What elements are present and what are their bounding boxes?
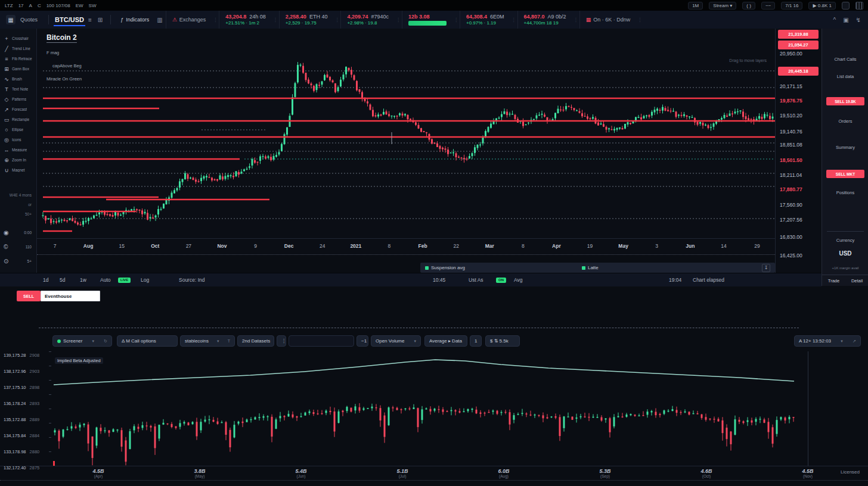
os-control-button[interactable]: ~~ [761,2,775,10]
tool-bottom-row[interactable]: ◉0:00 [0,225,36,239]
collapse-icon[interactable]: ^ [833,17,836,23]
screener-control[interactable]: 1 [470,335,482,347]
tool-ellipse[interactable]: ○Ellipse [0,124,36,135]
ticker-cell[interactable]: 4,209.74#7940c+2.98% · 19.8 [340,11,395,29]
bottom-bar-item[interactable]: Avg [514,277,523,283]
ticker-cell[interactable]: ⚠Exchanges [166,11,212,29]
download-icon[interactable]: ↧ [762,264,770,272]
ticker-cell[interactable]: 2,258.40ETH 40+2,529 · 19.75 [279,11,334,29]
secondary-chart-label[interactable]: Implied Beta Adjusted [55,357,103,364]
bottom-bar-item[interactable]: Auto [100,277,111,283]
panel-icon[interactable]: ▣ [843,17,848,23]
ticker-cell[interactable]: 64,308.46E0M+0.97% · 1.19 [460,11,510,29]
bottom-bar-item[interactable]: Log [141,277,149,283]
price-alert-label[interactable]: 21,319.88 [778,30,819,39]
panel-item[interactable]: List data [822,74,868,79]
legend-item[interactable]: Suspension avg [425,265,465,270]
os-control-button[interactable]: Stream ▾ [709,2,736,10]
sell-button[interactable]: SELL [17,291,41,301]
price-alert-label[interactable]: 20,445.18 [778,67,819,76]
compare-icon[interactable]: ⊞ [98,17,103,23]
order-entry-input[interactable] [41,291,100,301]
secondary-chart-area[interactable] [52,351,868,466]
chevron-down-icon[interactable]: ▾ [414,339,416,344]
tool-magnet[interactable]: ∪Magnet [0,165,36,175]
bottom-bar-item[interactable]: 10:45 [433,277,445,283]
tool-icons[interactable]: ◎Icons [0,135,36,145]
time-axis[interactable]: 7Aug15Oct27Nov9Dec2420218Feb22Mar8Apr19M… [37,238,775,254]
chevron-down-icon[interactable]: ▾ [841,339,843,344]
grid-menu-icon[interactable] [855,2,863,10]
panel-item[interactable]: USD [822,250,868,257]
tool-forecast[interactable]: ↗Forecast [0,104,36,114]
price-axis[interactable]: 21,319.8821,054.2720,950.0020,445.1820,1… [775,29,822,273]
tool-gann-box[interactable]: ⊞Gann Box [0,64,36,74]
app-switcher-icon[interactable] [842,2,850,10]
main-chart-area[interactable]: Bitcoin 2 F mag capAbove Beg Miracle On … [37,29,775,238]
screener-control[interactable]: Screener▾↻ [52,335,112,347]
bottom-bar-item[interactable]: 5d [60,277,65,283]
bottom-bar-item[interactable]: Chart elapsed [693,277,724,283]
chevron-down-icon[interactable]: ▾ [92,339,95,344]
control-extra-icon[interactable]: T [228,339,230,343]
app-logo-icon[interactable]: ▦ [6,15,16,24]
volume-beta-chart[interactable] [52,351,868,466]
indicators-button[interactable]: ƒ Indicators [120,17,149,23]
screener-control[interactable]: Open Volume▾ [371,335,421,347]
ticker-grip-icon[interactable]: ⋮ [572,17,579,23]
bottom-bar-item[interactable]: Ust As [469,277,483,283]
chart-legend-line[interactable]: capAbove Beg [52,63,82,68]
tool-zoom-in[interactable]: ⊕Zoom In [0,155,36,165]
tool-text-note[interactable]: TText Note [0,84,36,94]
tool-brush[interactable]: ∿Brush [0,74,36,84]
tool-fib-retrace[interactable]: ≡Fib Retrace [0,54,36,64]
tool-crosshair[interactable]: +Crosshair [0,33,36,43]
screener-control[interactable]: ⋮ [277,335,286,347]
panel-item[interactable]: +1K margin avail [822,266,868,270]
ticker-cell[interactable]: ▦On · 6K · Ddnw [579,11,637,29]
ticker-grip-icon[interactable]: ⋮ [212,17,219,23]
screener-control[interactable]: A 12+ 13:52:03▾↗ [794,335,861,347]
panel-item[interactable]: Positions [822,190,868,195]
tool-bottom-row[interactable]: ©110 [0,239,36,254]
legend-item[interactable]: Latte [582,265,599,270]
control-extra-icon[interactable]: ↗ [852,339,856,344]
tool-rectangle[interactable]: ▭Rectangle [0,114,36,124]
sell-action-button[interactable]: SELL 19.8K [826,97,864,105]
tool-bottom-row[interactable]: ⊙5+ [0,254,36,268]
secondary-time-axis[interactable]: 4.5B(Apr)3.8B(May)5.4B(Jun)5.1B(Jul)6.0B… [0,466,868,482]
price-alert-label[interactable]: 21,054.27 [778,40,819,49]
main-price-chart[interactable] [37,29,775,238]
panel-tab[interactable]: Trade [828,278,839,284]
bottom-bar-item[interactable]: Source: Ind [179,277,204,283]
symbol-button[interactable]: BTC/USD [54,13,85,26]
sell-action-button[interactable]: SELL MKT [826,170,864,178]
os-control-button[interactable]: 1M [688,2,703,10]
screener-control[interactable]: Average ▸ Data [424,335,467,347]
ticker-grip-icon[interactable]: ⋮ [272,17,279,23]
tool-patterns[interactable]: ◇Patterns [0,94,36,104]
flash-icon[interactable]: ↯ [856,17,861,23]
chevron-down-icon[interactable]: ▾ [217,339,219,344]
control-extra-icon[interactable]: ↻ [104,339,107,344]
chart-legend-line[interactable]: F mag [46,50,59,55]
bottom-bar-item[interactable]: 19:04 [669,277,681,283]
bottom-bar-item[interactable]: 1w [80,277,86,283]
ticker-grip-icon[interactable]: ⋮ [636,17,643,23]
tool-trend-line[interactable]: ╱Trend Line [0,43,36,54]
layout-grid-icon[interactable]: ▥ [157,17,162,23]
panel-item[interactable]: Orders [822,119,868,124]
panel-item[interactable]: Summary [822,145,868,150]
panel-item[interactable]: Chart Calls [822,57,868,62]
quotes-menu[interactable]: Quotes [20,17,38,23]
ticker-grip-icon[interactable]: ⋮ [510,17,517,23]
tool-measure[interactable]: ↔Measure [0,145,36,155]
screener-control[interactable]: 2nd Datasets [237,335,274,347]
bottom-bar-item[interactable]: 1d [43,277,48,283]
candles-style-icon[interactable]: ≡ [88,17,92,23]
panel-tab[interactable]: Detail [851,278,863,284]
ticker-cell[interactable]: 43,204.824h 08+21.51% · 1m 2 [219,11,272,29]
os-control-button[interactable]: 7/1 16 [781,2,802,10]
ticker-cell[interactable]: 64,807.0A9 0b/2+44,700m 18 19 [517,11,572,29]
search-input[interactable] [289,335,354,347]
